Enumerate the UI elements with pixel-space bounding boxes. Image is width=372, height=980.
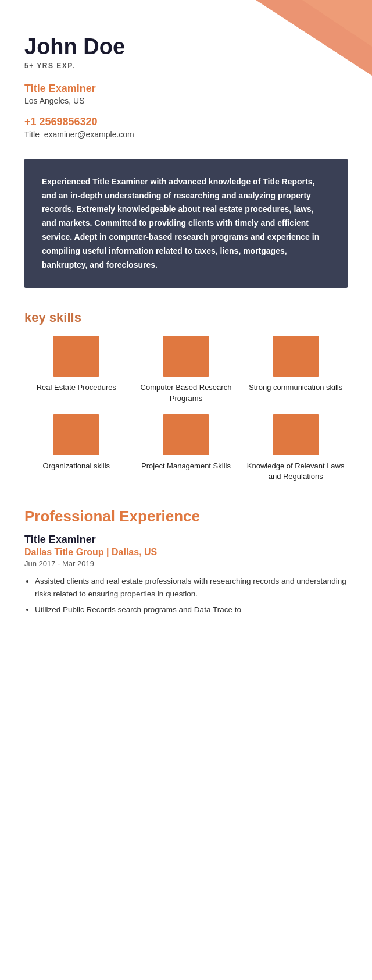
skill-icon-3 <box>53 414 99 455</box>
skills-section-title: key skills <box>24 310 348 325</box>
top-decoration-inner <box>302 0 372 47</box>
phone: +1 2569856320 <box>24 116 348 128</box>
skill-icon-0 <box>53 336 99 377</box>
skill-label-4: Project Management Skills <box>141 461 231 471</box>
skill-label-1: Computer Based Research Programs <box>134 382 238 403</box>
skill-item-1: Computer Based Research Programs <box>134 336 238 403</box>
exp-bullet-0-1: Utilized Public Records search programs … <box>35 603 348 616</box>
skill-icon-5 <box>273 414 319 455</box>
email: Title_examiner@example.com <box>24 130 348 139</box>
summary-box: Experienced Title Examiner with advanced… <box>24 159 348 289</box>
experience-section-title: Professional Experience <box>24 507 348 525</box>
location: Los Angeles, US <box>24 96 348 105</box>
skill-label-3: Organizational skills <box>43 461 110 471</box>
skill-label-0: Real Estate Procedures <box>37 382 116 393</box>
job-title: Title Examiner <box>24 83 348 95</box>
skill-icon-4 <box>163 414 209 455</box>
exp-bullets-0: Assisted clients and real estate profess… <box>24 575 348 616</box>
skill-item-5: Knowledge of Relevant Laws and Regulatio… <box>244 414 348 482</box>
skill-item-4: Project Management Skills <box>134 414 238 482</box>
summary-text: Experienced Title Examiner with advanced… <box>42 175 330 272</box>
exp-bullet-0-0: Assisted clients and real estate profess… <box>35 575 348 600</box>
skill-label-2: Strong communication skills <box>249 382 342 393</box>
exp-job-title-0: Title Examiner <box>24 534 348 546</box>
skills-grid: Real Estate Procedures Computer Based Re… <box>24 336 348 482</box>
skill-item-0: Real Estate Procedures <box>24 336 128 403</box>
exp-company-0: Dallas Title Group | Dallas, US <box>24 547 348 558</box>
skill-icon-1 <box>163 336 209 377</box>
skill-item-3: Organizational skills <box>24 414 128 482</box>
exp-dates-0: Jun 2017 - Mar 2019 <box>24 559 348 568</box>
skill-icon-2 <box>273 336 319 377</box>
skill-label-5: Knowledge of Relevant Laws and Regulatio… <box>244 461 348 482</box>
skill-item-2: Strong communication skills <box>244 336 348 403</box>
